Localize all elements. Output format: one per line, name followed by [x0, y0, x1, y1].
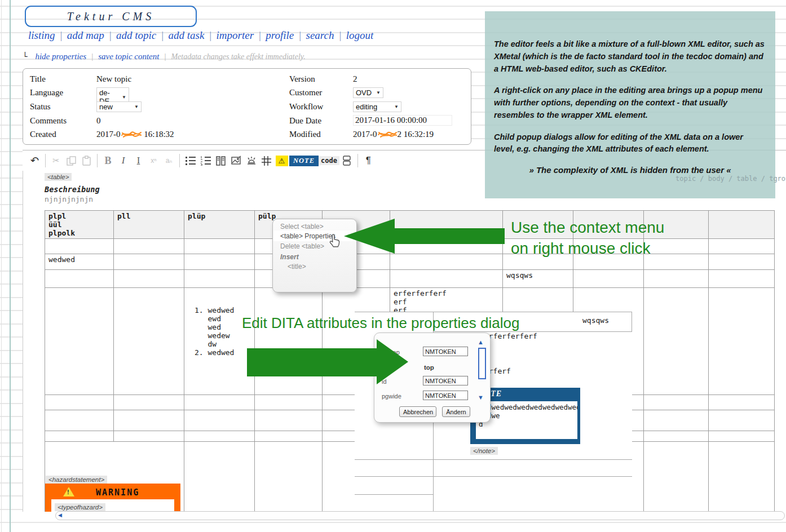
table-grid-button[interactable]: [259, 153, 274, 168]
chevron-down-icon: ▼: [122, 95, 126, 100]
horizontal-scrollbar[interactable]: ◀: [55, 511, 785, 520]
workflow-label: Workflow: [289, 102, 323, 112]
hazardstatement-block[interactable]: ! WARNING <typeofhazard>: [45, 484, 180, 512]
table-header-cell[interactable]: pll: [114, 211, 184, 239]
menu-item-delete-table[interactable]: Delete <table>: [280, 242, 324, 250]
customer-select[interactable]: OVD▼: [353, 87, 383, 98]
hazard-body[interactable]: <typeofhazard>: [51, 499, 174, 512]
info-paragraph: The editor feels a bit like a mixture of…: [494, 38, 766, 75]
table-subtitle[interactable]: njnjnjnjnjn: [45, 195, 93, 203]
save-topic-content-link[interactable]: save topic content: [98, 52, 159, 61]
editing-area[interactable]: <table> Beschreibung njnjnjnjnjn plpl üü…: [23, 171, 786, 512]
annotation-context-menu: Use the context menu on right mouse clic…: [511, 217, 697, 259]
columns-button[interactable]: [213, 153, 228, 168]
info-paragraph: A right-click on any place in the editin…: [494, 85, 766, 121]
numbered-list-button[interactable]: [198, 153, 213, 168]
code-icon: code: [319, 156, 339, 165]
chevron-down-icon: ▼: [134, 104, 139, 109]
hide-properties-link[interactable]: hide properties: [35, 52, 86, 61]
nav-search[interactable]: search: [306, 29, 334, 41]
workflow-select[interactable]: editing▼: [353, 101, 401, 112]
table-tag-label[interactable]: <table>: [45, 173, 72, 181]
fragment-cell-text: wqsqws: [582, 316, 609, 325]
code-button[interactable]: code: [319, 153, 339, 168]
nav-separator: |: [258, 29, 261, 41]
due-date-input[interactable]: [353, 115, 452, 126]
pgwide-input[interactable]: [423, 391, 468, 400]
table-cell[interactable]: wedwed: [45, 254, 114, 270]
language-label: Language: [30, 88, 63, 97]
numbered-list-icon: [200, 156, 211, 166]
underline-button[interactable]: I: [131, 153, 146, 168]
table-header-cell[interactable]: plüp: [184, 211, 255, 239]
toolbar-divider: [45, 154, 46, 167]
bold-button[interactable]: B: [100, 153, 116, 168]
cancel-button[interactable]: Abbrechen: [399, 406, 436, 417]
note-button[interactable]: NOTE: [289, 153, 319, 168]
paste-button[interactable]: [79, 153, 94, 168]
toolbar-divider: [179, 154, 180, 167]
created-date-prefix: 2017-0: [96, 130, 121, 139]
warning-icon: ⚠: [276, 156, 288, 166]
frame-value: top: [424, 364, 434, 371]
nav-logout[interactable]: logout: [346, 29, 374, 41]
status-select[interactable]: new▼: [96, 101, 142, 112]
colsep-input[interactable]: [423, 347, 468, 356]
nav-add-map[interactable]: add map: [67, 29, 104, 41]
cut-button[interactable]: ✂: [48, 153, 64, 168]
subscript-button[interactable]: aₙ: [161, 153, 176, 168]
undo-button[interactable]: ↶: [27, 153, 42, 168]
menu-item-select-table[interactable]: Select <table>: [280, 223, 324, 230]
hazardstatement-tag-label[interactable]: <hazardstatement>: [46, 476, 107, 484]
bullet-list-button[interactable]: [183, 153, 198, 168]
metadata-note: Metadata changes take effekt immediately…: [171, 52, 305, 61]
table-title[interactable]: Beschreibung: [45, 185, 100, 194]
breadcrumb[interactable]: topic / body / table / tgroup / t: [675, 175, 786, 183]
modified-label: Modified: [289, 130, 321, 139]
apply-button[interactable]: Ändern: [442, 406, 470, 417]
lamp-button[interactable]: [244, 153, 259, 168]
nav-separator: |: [298, 29, 301, 41]
italic-button[interactable]: I: [116, 153, 131, 168]
id-input[interactable]: [423, 376, 468, 385]
chevron-down-icon: ▼: [376, 90, 381, 95]
ordered-list-cell[interactable]: 1. wedwed ewd wed wedew dw 2. wedwed: [184, 288, 255, 395]
nav-add-topic[interactable]: add topic: [116, 29, 156, 41]
created-date-suffix: 16:18:32: [142, 130, 174, 139]
superscript-button[interactable]: xⁿ: [146, 153, 161, 168]
scroll-left-icon[interactable]: ◀: [58, 512, 62, 518]
nav-separator: |: [209, 29, 211, 41]
scrollbar-thumb[interactable]: [478, 348, 486, 379]
scroll-up-icon[interactable]: ▲: [478, 339, 484, 345]
subnav-separator: |: [164, 52, 166, 61]
menu-item-title[interactable]: <title>: [288, 263, 306, 271]
created-label: Created: [30, 130, 56, 139]
menu-item-table-properties[interactable]: <table> Properties: [280, 232, 335, 240]
table-header-cell[interactable]: plpl üül plpolk: [45, 211, 114, 239]
toolbar-divider: [357, 154, 358, 167]
green-arrow-left-icon: [344, 219, 505, 254]
comments-label: Comments: [30, 116, 67, 126]
sub-nav: └hide properties|save topic content|Meta…: [23, 52, 306, 61]
fragment-cell-text: erferferferf: [484, 332, 537, 340]
image-button[interactable]: [228, 153, 244, 168]
title-value: New topic: [96, 74, 131, 84]
typeofhazard-tag-label[interactable]: <typeofhazard>: [55, 503, 105, 511]
version-label: Version: [289, 74, 315, 84]
nav-listing[interactable]: listing: [28, 29, 55, 41]
menu-item-insert[interactable]: Insert: [280, 253, 299, 261]
hazard-button[interactable]: ⚠: [274, 153, 289, 168]
scroll-down-icon[interactable]: ▼: [478, 394, 484, 401]
page-break-button[interactable]: [339, 153, 355, 168]
nav-add-task[interactable]: add task: [168, 29, 204, 41]
table-grid-icon: [261, 156, 272, 166]
nav-importer[interactable]: importer: [217, 29, 254, 41]
title-label: Title: [30, 74, 46, 84]
table-cell[interactable]: wqsqws: [503, 270, 573, 288]
copy-button[interactable]: [64, 153, 79, 168]
customer-label: Customer: [289, 88, 322, 97]
nav-separator: |: [109, 29, 112, 41]
nav-profile[interactable]: profile: [266, 29, 294, 41]
corner-glyph: └: [23, 52, 27, 61]
pilcrow-button[interactable]: ¶: [361, 153, 376, 168]
